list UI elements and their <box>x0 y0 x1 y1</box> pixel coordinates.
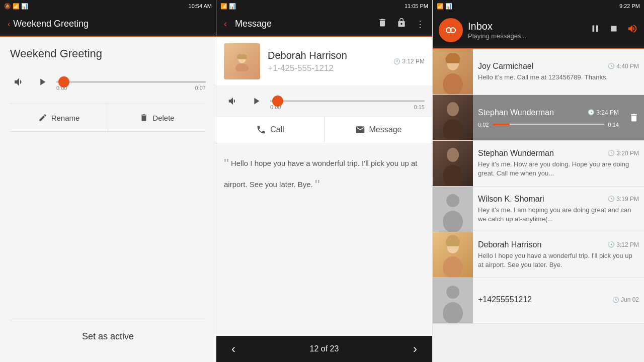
svg-point-8 <box>447 148 459 162</box>
message-content-deborah: Deborah Harrison 🕓 3:12 PM Hello I hope … <box>473 232 644 278</box>
msg-time-joy: 🕓 4:40 PM <box>608 63 639 70</box>
status-time-panel2: 11:05 PM <box>405 3 428 9</box>
msg-time-wilson: 🕓 3:19 PM <box>608 196 639 203</box>
message-content-wilson: Wilson K. Shomari 🕓 3:19 PM Hey it's me.… <box>473 187 644 232</box>
svg-point-15 <box>443 302 463 323</box>
message-content-joy: Joy Carmichael 🕓 4:40 PM Hello it's me. … <box>473 49 644 95</box>
msg-time-unknown: 🕓 Jun 02 <box>612 296 639 303</box>
contact-avatar-stephan2 <box>433 141 473 186</box>
msg-header-row-unknown: +14255551212 🕓 Jun 02 <box>478 295 639 304</box>
rename-button[interactable]: Rename <box>10 104 108 131</box>
status-time-panel3: 9:22 PM <box>619 3 640 9</box>
svg-point-5 <box>443 73 463 95</box>
clock-icon-stephan2: 🕓 <box>608 150 615 156</box>
msg-preview-stephan2: Hey it's me. How are you doing. Hope you… <box>478 160 639 178</box>
scrubber-track-panel2[interactable] <box>270 100 425 102</box>
contact-section: Deborah Harrison +1-425-555-1212 🕐 3:12 … <box>216 37 432 86</box>
contact-avatar-stephan-active <box>433 95 473 140</box>
message-item-deborah[interactable]: Deborah Harrison 🕓 3:12 PM Hello I hope … <box>433 232 644 278</box>
msg-header-row-deborah: Deborah Harrison 🕓 3:12 PM <box>478 240 639 249</box>
delete-button-panel1[interactable]: Delete <box>108 104 206 131</box>
message-list: Joy Carmichael 🕓 4:40 PM Hello it's me. … <box>433 49 644 362</box>
contact-phone: +1-425-555-1212 <box>268 63 386 73</box>
volume-icon-panel1[interactable] <box>10 73 28 91</box>
time-labels-panel2: 0:00 0:15 <box>270 104 425 110</box>
back-arrow-panel1[interactable]: ‹ <box>8 20 10 29</box>
message-content-unknown: +14255551212 🕓 Jun 02 <box>473 278 644 323</box>
contact-name: Deborah Harrison <box>268 50 386 61</box>
quote-close: " <box>315 177 320 193</box>
quote-open: " <box>224 156 229 171</box>
msg-header-row-stephan2: Stephan Wunderman 🕓 3:20 PM <box>478 149 639 158</box>
scrubber-panel2[interactable]: 0:00 0:15 <box>270 93 425 110</box>
message-content-stephan2: Stephan Wunderman 🕓 3:20 PM Hey it's me.… <box>473 141 644 186</box>
status-bar-panel2: 📶 📊 11:05 PM <box>216 0 432 12</box>
panel2-footer: ‹ 12 of 23 › <box>216 336 432 362</box>
contact-info: Deborah Harrison +1-425-555-1212 <box>268 50 386 73</box>
inbox-app-icon <box>439 18 463 42</box>
svg-point-13 <box>443 256 463 278</box>
contact-avatar-image <box>224 43 260 79</box>
inbox-controls <box>590 23 638 37</box>
prev-arrow[interactable]: ‹ <box>231 342 235 356</box>
clock-icon-wilson: 🕓 <box>608 196 615 202</box>
header-bar-panel3: Inbox Playing messages... <box>433 12 644 49</box>
message-item-stephan2[interactable]: Stephan Wunderman 🕓 3:20 PM Hey it's me.… <box>433 141 644 187</box>
svg-point-6 <box>447 102 459 116</box>
svg-point-14 <box>446 286 459 299</box>
scrubber-fill-panel1 <box>56 81 206 83</box>
msg-preview-joy: Hello it's me. Call me at 123456789. Tha… <box>478 73 639 82</box>
audio-time-total: 0:14 <box>608 122 619 128</box>
panel-weekend-greeting: 🔕 📶 📊 10:54 AM ‹ Weekend Greeting Weeken… <box>0 0 216 362</box>
scrubber-thumb-panel2[interactable] <box>272 96 283 107</box>
delete-icon-panel2[interactable] <box>377 18 387 30</box>
scrubber-thumb-panel1[interactable] <box>58 76 69 87</box>
message-button[interactable]: Message <box>325 117 432 143</box>
next-arrow[interactable]: › <box>413 342 417 356</box>
set-active-button[interactable]: Set as active <box>10 321 206 352</box>
pause-button-inbox[interactable] <box>590 23 601 37</box>
msg-name-unknown: +14255551212 <box>478 295 532 304</box>
mini-scrubber-stephan[interactable] <box>493 124 604 125</box>
message-item-wilson[interactable]: Wilson K. Shomari 🕓 3:19 PM Hey it's me.… <box>433 187 644 232</box>
stop-button-inbox[interactable] <box>608 23 619 37</box>
msg-time-stephan-active: 🕓 3:24 PM <box>588 109 619 116</box>
msg-preview-deborah: Hello I hope you have a wonderful trip. … <box>478 251 639 269</box>
msg-audio-player-stephan: 0:02 0:14 <box>478 122 619 128</box>
msg-name-stephan-active: Stephan Wunderman <box>478 108 554 117</box>
delete-button-stephan-active[interactable] <box>624 95 644 140</box>
message-item[interactable]: Joy Carmichael 🕓 4:40 PM Hello it's me. … <box>433 49 644 95</box>
transcript-text: "Hello I hope you have a wonderful trip.… <box>224 153 425 196</box>
msg-header-row-stephan-active: Stephan Wunderman 🕓 3:24 PM <box>478 108 619 117</box>
inbox-title-group: Inbox Playing messages... <box>468 21 585 40</box>
panel-message: 📶 📊 11:05 PM ‹ Message ⋮ D <box>216 0 433 362</box>
lock-icon-panel2[interactable] <box>396 18 407 30</box>
message-item-stephan-active[interactable]: Stephan Wunderman 🕓 3:24 PM 0:02 0:14 <box>433 95 644 141</box>
scrubber-track-panel1[interactable] <box>56 81 206 83</box>
header-bar-panel1: ‹ Weekend Greeting <box>0 12 216 37</box>
msg-time-deborah: 🕓 3:12 PM <box>608 241 639 248</box>
msg-name-stephan2: Stephan Wunderman <box>478 149 554 158</box>
header-bar-panel2: ‹ Message ⋮ <box>216 12 432 37</box>
avatar-placeholder-unknown <box>433 278 473 323</box>
transcript-section: "Hello I hope you have a wonderful trip.… <box>216 143 432 336</box>
scrubber-panel1[interactable]: 0:00 0:07 <box>56 73 206 91</box>
play-button-panel1[interactable] <box>33 73 51 91</box>
contact-avatar-joy <box>433 49 473 95</box>
status-icons-left: 🔕 📶 📊 <box>4 3 28 10</box>
volume-button-inbox[interactable] <box>627 23 638 37</box>
header-icons-panel2: ⋮ <box>377 18 425 30</box>
clock-icon-joy: 🕓 <box>608 63 615 69</box>
back-arrow-panel2[interactable]: ‹ <box>224 19 227 29</box>
clock-icon-unknown: 🕓 <box>612 297 619 303</box>
status-icons-left-p2: 📶 📊 <box>220 3 236 10</box>
play-button-panel2[interactable] <box>247 92 265 110</box>
audio-player-panel1: 0:00 0:07 <box>10 73 206 91</box>
message-time-p2: 🕐 3:12 PM <box>393 58 425 65</box>
more-icon-panel2[interactable]: ⋮ <box>416 19 425 30</box>
message-item-unknown[interactable]: +14255551212 🕓 Jun 02 <box>433 278 644 324</box>
avatar-placeholder-wilson <box>433 187 473 232</box>
call-button[interactable]: Call <box>216 117 325 143</box>
volume-icon-panel2[interactable] <box>224 92 242 110</box>
action-buttons-panel1: Rename Delete <box>10 104 206 132</box>
